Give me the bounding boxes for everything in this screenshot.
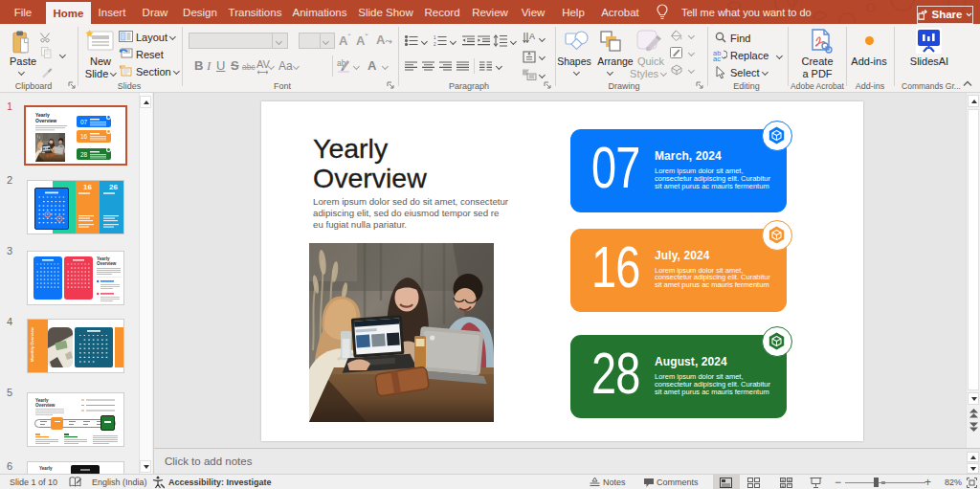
svg-text:16: 16 bbox=[80, 133, 88, 140]
svg-text:07: 07 bbox=[80, 119, 88, 125]
svg-text:ac: ac bbox=[713, 55, 721, 61]
svg-text:A: A bbox=[529, 32, 535, 41]
svg-text:2: 2 bbox=[434, 42, 436, 46]
svg-text:1: 1 bbox=[434, 35, 436, 40]
svg-text:28: 28 bbox=[80, 151, 88, 158]
